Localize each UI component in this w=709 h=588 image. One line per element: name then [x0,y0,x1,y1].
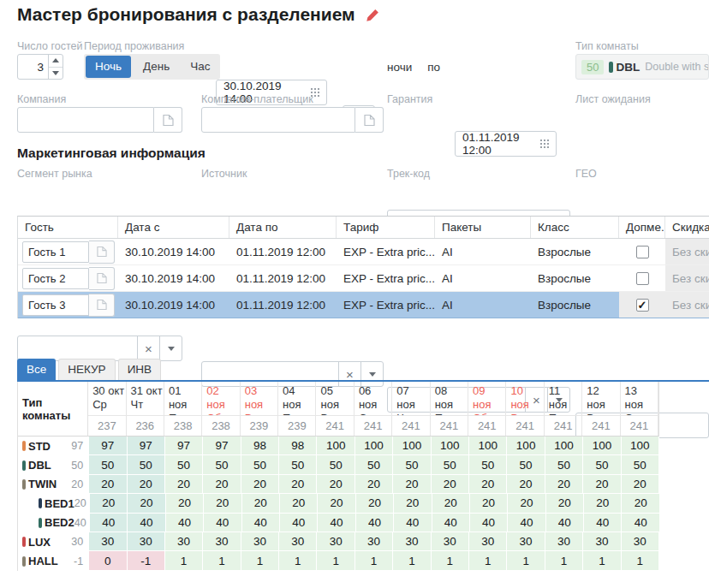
guest-date-to-cell[interactable]: 01.11.2019 12:00 [229,292,337,318]
availability-cell: 40 [90,514,128,532]
company-label: Компания [17,93,66,105]
tab-все[interactable]: Все [17,359,56,380]
guest-discount-cell: Без ски... [665,292,709,318]
guest-card-button[interactable] [89,241,115,264]
availability-cell: 50 [165,455,203,474]
availability-cell: 30 [279,532,317,551]
page-title-row: Мастер бронирования с разделением [17,4,380,25]
room-availability-badge: 50 [581,60,604,74]
availability-cell: 20 [469,475,507,494]
date-column-header: 06 нояСр [354,382,392,415]
availability-cell: 20 [394,494,432,513]
room-row-bed2: BED240404040404040404040404040404040 [18,514,659,532]
availability-cell: 30 [545,532,583,551]
availability-cell: 0 [89,551,127,570]
nights-unit-word: ночи [387,61,412,74]
room-color-pill [22,556,26,567]
guest-tariff-cell[interactable]: EXP - Extra pric... [337,239,435,264]
availability-cell: 50 [622,455,659,474]
availability-cell: 20 [355,475,393,494]
guest-tariff-cell[interactable]: EXP - Extra pric... [337,265,435,291]
availability-cell: 20 [165,475,203,494]
date-total: 241 [354,416,392,436]
segment-label: Сегмент рынка [17,168,92,180]
room-type-field[interactable]: 50 DBL Double with single bed [575,54,709,80]
guest-packages-cell[interactable]: AI [435,239,531,264]
guest-row-2[interactable]: Гость 2 30.10.2019 14:00 01.11.2019 12:0… [18,265,709,292]
availability-cell: 40 [318,514,355,532]
waitlist-label: Лист ожидания [575,93,651,105]
availability-cell: 1 [203,551,241,570]
room-capacity: -1 [74,555,89,567]
guest-date-to-cell[interactable]: 01.11.2019 12:00 [229,265,337,291]
guest-class-cell[interactable]: Взрослые [531,292,619,318]
guest-class-cell[interactable]: Взрослые [531,239,619,264]
availability-cell: 30 [507,532,545,551]
page-title: Мастер бронирования с разделением [17,4,355,25]
nights-to-word: по [427,61,440,74]
guest-packages-cell[interactable]: AI [435,265,531,291]
guest-card-button[interactable] [89,267,115,290]
guests-count-input[interactable]: 3 [17,54,63,80]
availability-cell: 20 [90,494,128,513]
period-option-day[interactable]: День [133,56,180,78]
payer-input[interactable] [201,107,355,133]
availability-cell: 98 [279,437,317,455]
availability-cell: 20 [545,475,583,494]
availability-cell: 30 [165,532,203,551]
availability-cell: 30 [355,532,393,551]
availability-cell: 40 [508,514,545,532]
calendar-grid-icon[interactable] [540,140,549,148]
room-color-pill [22,479,26,490]
tab-инв[interactable]: ИНВ [118,359,161,380]
guest-date-from-cell[interactable]: 30.10.2019 14:00 [118,239,229,264]
date-to-input[interactable]: 01.11.2019 12:00 [455,131,557,157]
availability-cell: 1 [622,551,659,570]
guest-name-input[interactable]: Гость 3 [22,294,89,316]
date-column-header: 03 нояВс [241,382,278,415]
column-header-packages: Пакеты [435,217,531,238]
availability-cell: 1 [469,551,507,570]
payer-card-button[interactable] [355,107,384,133]
availability-cell: 100 [317,437,354,455]
geo-label: ГЕО [575,168,597,180]
availability-cell: 20 [128,494,165,513]
guest-tariff-cell[interactable]: EXP - Extra pric... [337,292,435,318]
period-label: Период проживания [84,40,184,52]
extra-bed-checkbox[interactable] [636,299,649,312]
guest-row-3-selected[interactable]: Гость 3 30.10.2019 14:00 01.11.2019 12:0… [18,292,709,318]
availability-cell: 97 [128,437,165,455]
availability-cell: 20 [166,494,204,513]
guest-class-cell[interactable]: Взрослые [531,265,619,291]
company-card-button[interactable] [154,107,182,133]
guest-name-input[interactable]: Гость 2 [22,268,89,289]
availability-body: STD9797979797989810010010010010010010010… [18,437,659,571]
room-capacity: 97 [71,440,89,452]
period-option-hour[interactable]: Час [180,56,220,78]
extra-bed-checkbox[interactable] [636,272,649,285]
guest-discount-cell: Без ски... [665,239,709,264]
tab-некур[interactable]: НЕКУР [58,359,115,380]
guests-spinner-up-icon[interactable] [49,55,63,68]
availability-cell: 20 [507,475,545,494]
availability-cell: 50 [432,455,469,474]
guest-card-button[interactable] [89,294,115,317]
guest-name-input[interactable]: Гость 1 [22,241,89,263]
guests-spinner[interactable] [48,55,63,79]
room-code: BED1 [45,497,74,510]
guest-date-to-cell[interactable]: 01.11.2019 12:00 [229,239,337,264]
company-input[interactable] [17,107,154,133]
period-option-night[interactable]: Ночь [86,56,131,78]
guests-spinner-down-icon[interactable] [49,68,63,80]
extra-bed-checkbox[interactable] [636,246,649,258]
guest-row-1[interactable]: Гость 1 30.10.2019 14:00 01.11.2019 12:0… [18,239,709,265]
date-total: 241 [506,416,544,436]
edit-title-pencil-icon[interactable] [366,8,380,22]
guest-date-from-cell[interactable]: 30.10.2019 14:00 [118,292,229,318]
chevron-down-icon[interactable] [159,336,182,360]
date-total: 241 [316,416,354,436]
guest-date-from-cell[interactable]: 30.10.2019 14:00 [118,265,229,291]
clear-icon[interactable]: × [137,336,159,360]
date-total: 237 [88,416,126,436]
guest-packages-cell[interactable]: AI [435,292,531,318]
